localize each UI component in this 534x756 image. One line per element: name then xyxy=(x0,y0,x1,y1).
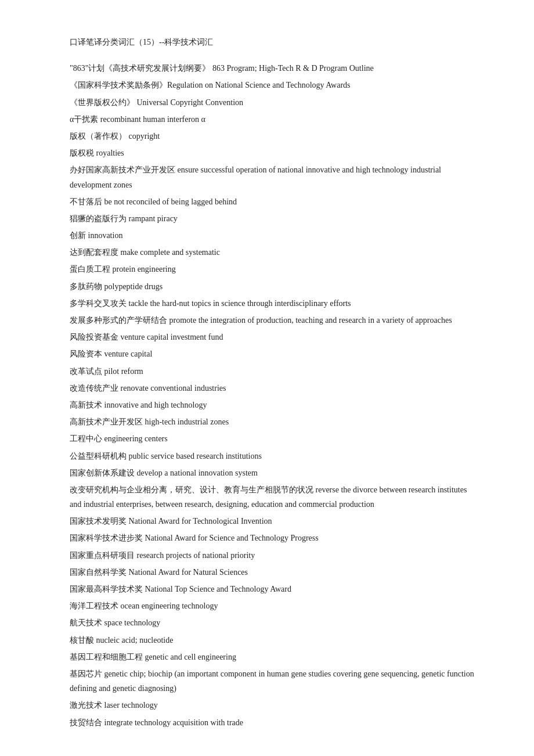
entry-text: 达到配套程度 make complete and systematic xyxy=(70,248,220,257)
entry-text: 《国家科学技术奖励条例》Regulation on National Scien… xyxy=(70,81,351,89)
list-item: 风险资本 venture capital xyxy=(70,347,476,361)
list-item: 蛋白质工程 protein engineering xyxy=(70,262,476,276)
entry-text: α干扰素 recombinant human interferon α xyxy=(70,115,205,124)
entry-text: 航天技术 space technology xyxy=(70,618,160,627)
list-item: 核甘酸 nucleic acid; nucleotide xyxy=(70,633,476,647)
entry-text: 激光技术 laser technology xyxy=(70,701,158,710)
list-item: 改革试点 pilot reform xyxy=(70,364,476,379)
entry-text: 发展多种形式的产学研结合 promote the integration of … xyxy=(70,316,452,325)
list-item: 版权税 royalties xyxy=(70,146,476,160)
entry-text: 高新技术产业开发区 high-tech industrial zones xyxy=(70,417,229,426)
entry-text: "863"计划《高技术研究发展计划纲要》 863 Program; High-T… xyxy=(70,64,374,73)
list-item: 风险投资基金 venture capital investment fund xyxy=(70,330,476,344)
list-item: 《世界版权公约》 Universal Copyright Convention xyxy=(70,95,476,110)
list-item: 发展多种形式的产学研结合 promote the integration of … xyxy=(70,313,476,327)
entry-text: 创新 innovation xyxy=(70,231,122,240)
list-item: 改造传统产业 renovate conventional industries xyxy=(70,381,476,395)
entry-text: 国家重点科研项目 research projects of national p… xyxy=(70,551,255,560)
list-item: 创新 innovation xyxy=(70,228,476,243)
entry-text: 《世界版权公约》 Universal Copyright Convention xyxy=(70,98,243,107)
entry-text: 多肽药物 polypeptide drugs xyxy=(70,282,163,291)
list-item: 不甘落后 be not reconciled of being lagged b… xyxy=(70,195,476,209)
list-item: 多学科交叉攻关 tackle the hard-nut topics in sc… xyxy=(70,296,476,311)
list-item: 改变研究机构与企业相分离，研究、设计、教育与生产相脱节的状况 reverse t… xyxy=(70,483,476,512)
list-item: 基因芯片 genetic chip; biochip (an important… xyxy=(70,667,476,696)
entry-text: 核甘酸 nucleic acid; nucleotide xyxy=(70,636,173,645)
list-item: 海洋工程技术 ocean engineering technology xyxy=(70,599,476,613)
list-item: 达到配套程度 make complete and systematic xyxy=(70,245,476,260)
list-item: 国家最高科学技术奖 National Top Science and Techn… xyxy=(70,582,476,596)
entry-text: 基因芯片 genetic chip; biochip (an important… xyxy=(70,669,474,693)
list-item: 国家技术发明奖 National Award for Technological… xyxy=(70,514,476,528)
list-item: 技贸结合 integrate technology acquisition wi… xyxy=(70,715,476,730)
page-title: 口译笔译分类词汇（15）--科学技术词汇 xyxy=(70,35,476,49)
list-item: 高新技术产业开发区 high-tech industrial zones xyxy=(70,415,476,429)
entry-text: 国家自然科学奖 National Award for Natural Scien… xyxy=(70,568,248,577)
entry-text: 改变研究机构与企业相分离，研究、设计、教育与生产相脱节的状况 reverse t… xyxy=(70,485,467,509)
entry-text: 改造传统产业 renovate conventional industries xyxy=(70,384,226,393)
list-item: 国家重点科研项目 research projects of national p… xyxy=(70,548,476,563)
list-item: 多肽药物 polypeptide drugs xyxy=(70,279,476,294)
entry-text: 多学科交叉攻关 tackle the hard-nut topics in sc… xyxy=(70,299,351,308)
entry-text: 版权（著作权） copyright xyxy=(70,132,160,141)
entry-text: 海洋工程技术 ocean engineering technology xyxy=(70,602,218,610)
entry-text: 风险投资基金 venture capital investment fund xyxy=(70,333,223,341)
list-item: 基因工程和细胞工程 genetic and cell engineering xyxy=(70,650,476,664)
entry-text: 国家创新体系建设 develop a national innovation s… xyxy=(70,469,258,477)
list-item: 公益型科研机构 public service based research in… xyxy=(70,449,476,463)
entry-text: 改革试点 pilot reform xyxy=(70,367,143,376)
list-item: 猖獗的盗版行为 rampant piracy xyxy=(70,211,476,226)
entry-text: 国家技术发明奖 National Award for Technological… xyxy=(70,517,272,525)
list-item: 航天技术 space technology xyxy=(70,615,476,630)
entry-text: 国家科学技术进步奖 National Award for Science and… xyxy=(70,534,319,542)
entry-text: 不甘落后 be not reconciled of being lagged b… xyxy=(70,197,237,206)
list-item: α干扰素 recombinant human interferon α xyxy=(70,112,476,127)
entry-text: 基因工程和细胞工程 genetic and cell engineering xyxy=(70,653,236,661)
entry-text: 版权税 royalties xyxy=(70,149,124,157)
entry-text: 技贸结合 integrate technology acquisition wi… xyxy=(70,718,243,727)
entry-text: 国家最高科学技术奖 National Top Science and Techn… xyxy=(70,585,291,593)
list-item: 《国家科学技术奖励条例》Regulation on National Scien… xyxy=(70,78,476,92)
entry-text: 高新技术 innovative and high technology xyxy=(70,401,207,409)
list-item: 国家创新体系建设 develop a national innovation s… xyxy=(70,466,476,480)
list-item: 版权（著作权） copyright xyxy=(70,129,476,143)
list-item: "863"计划《高技术研究发展计划纲要》 863 Program; High-T… xyxy=(70,61,476,75)
list-item: 国家自然科学奖 National Award for Natural Scien… xyxy=(70,565,476,579)
list-item: 高新技术 innovative and high technology xyxy=(70,398,476,412)
entry-text: 办好国家高新技术产业开发区 ensure successful operatio… xyxy=(70,165,441,189)
entry-text: 工程中心 engineering centers xyxy=(70,434,168,443)
list-item: 激光技术 laser technology xyxy=(70,698,476,712)
entries-list: "863"计划《高技术研究发展计划纲要》 863 Program; High-T… xyxy=(70,61,476,730)
entry-text: 风险资本 venture capital xyxy=(70,350,152,358)
entry-text: 蛋白质工程 protein engineering xyxy=(70,265,176,273)
entry-text: 猖獗的盗版行为 rampant piracy xyxy=(70,214,178,223)
page-container: 口译笔译分类词汇（15）--科学技术词汇 "863"计划《高技术研究发展计划纲要… xyxy=(70,35,476,730)
list-item: 工程中心 engineering centers xyxy=(70,431,476,446)
entry-text: 公益型科研机构 public service based research in… xyxy=(70,452,262,460)
list-item: 办好国家高新技术产业开发区 ensure successful operatio… xyxy=(70,163,476,192)
list-item: 国家科学技术进步奖 National Award for Science and… xyxy=(70,531,476,545)
